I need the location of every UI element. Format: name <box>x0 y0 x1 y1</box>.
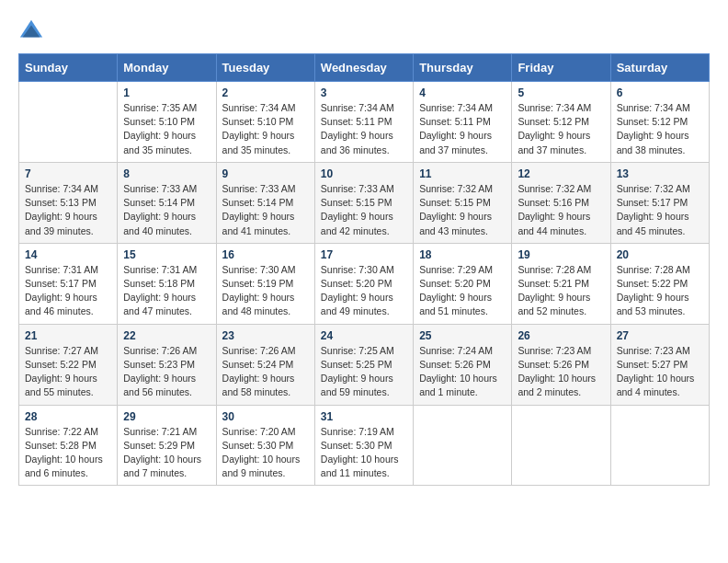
day-number: 27 <box>617 329 703 342</box>
day-number: 16 <box>222 248 309 261</box>
day-info: Sunrise: 7:34 AM Sunset: 5:11 PM Dayligh… <box>419 101 506 157</box>
calendar-week-row: 7Sunrise: 7:34 AM Sunset: 5:13 PM Daylig… <box>19 162 710 243</box>
calendar-day-cell: 5Sunrise: 7:34 AM Sunset: 5:12 PM Daylig… <box>512 82 610 163</box>
day-info: Sunrise: 7:26 AM Sunset: 5:23 PM Dayligh… <box>123 344 210 400</box>
day-info: Sunrise: 7:31 AM Sunset: 5:18 PM Dayligh… <box>123 263 210 319</box>
day-info: Sunrise: 7:31 AM Sunset: 5:17 PM Dayligh… <box>25 263 111 319</box>
day-info: Sunrise: 7:24 AM Sunset: 5:26 PM Dayligh… <box>419 344 506 400</box>
day-number: 17 <box>321 248 407 261</box>
weekday-row: SundayMondayTuesdayWednesdayThursdayFrid… <box>19 54 710 82</box>
day-number: 2 <box>222 86 309 99</box>
day-info: Sunrise: 7:33 AM Sunset: 5:14 PM Dayligh… <box>123 182 210 238</box>
calendar-day-cell: 26Sunrise: 7:23 AM Sunset: 5:26 PM Dayli… <box>512 324 610 405</box>
day-info: Sunrise: 7:30 AM Sunset: 5:20 PM Dayligh… <box>321 263 407 319</box>
calendar-empty-cell <box>610 405 709 486</box>
day-info: Sunrise: 7:33 AM Sunset: 5:15 PM Dayligh… <box>321 182 407 238</box>
weekday-header: Saturday <box>610 54 709 82</box>
weekday-header: Tuesday <box>216 54 314 82</box>
calendar-day-cell: 11Sunrise: 7:32 AM Sunset: 5:15 PM Dayli… <box>414 162 512 243</box>
calendar-day-cell: 13Sunrise: 7:32 AM Sunset: 5:17 PM Dayli… <box>610 162 709 243</box>
day-info: Sunrise: 7:32 AM Sunset: 5:15 PM Dayligh… <box>419 182 506 238</box>
calendar-day-cell: 6Sunrise: 7:34 AM Sunset: 5:12 PM Daylig… <box>610 82 709 163</box>
calendar-empty-cell <box>414 405 512 486</box>
day-number: 8 <box>123 167 210 180</box>
day-info: Sunrise: 7:19 AM Sunset: 5:30 PM Dayligh… <box>321 425 407 481</box>
calendar-day-cell: 1Sunrise: 7:35 AM Sunset: 5:10 PM Daylig… <box>118 82 216 163</box>
page-header <box>18 18 710 44</box>
day-number: 11 <box>419 167 506 180</box>
weekday-header: Thursday <box>414 54 512 82</box>
day-number: 21 <box>25 329 111 342</box>
calendar-table: SundayMondayTuesdayWednesdayThursdayFrid… <box>18 53 710 486</box>
day-info: Sunrise: 7:26 AM Sunset: 5:24 PM Dayligh… <box>222 344 309 400</box>
calendar-day-cell: 7Sunrise: 7:34 AM Sunset: 5:13 PM Daylig… <box>19 162 118 243</box>
weekday-header: Wednesday <box>314 54 413 82</box>
calendar-day-cell: 14Sunrise: 7:31 AM Sunset: 5:17 PM Dayli… <box>19 243 118 324</box>
day-number: 10 <box>321 167 407 180</box>
calendar-day-cell: 21Sunrise: 7:27 AM Sunset: 5:22 PM Dayli… <box>19 324 118 405</box>
calendar-day-cell: 25Sunrise: 7:24 AM Sunset: 5:26 PM Dayli… <box>414 324 512 405</box>
weekday-header: Sunday <box>19 54 118 82</box>
day-number: 28 <box>25 410 111 423</box>
calendar-day-cell: 15Sunrise: 7:31 AM Sunset: 5:18 PM Dayli… <box>118 243 216 324</box>
calendar-day-cell: 17Sunrise: 7:30 AM Sunset: 5:20 PM Dayli… <box>314 243 413 324</box>
day-number: 30 <box>222 410 309 423</box>
day-info: Sunrise: 7:23 AM Sunset: 5:27 PM Dayligh… <box>617 344 703 400</box>
day-number: 22 <box>123 329 210 342</box>
calendar-empty-cell <box>19 82 118 163</box>
calendar-day-cell: 3Sunrise: 7:34 AM Sunset: 5:11 PM Daylig… <box>314 82 413 163</box>
day-number: 26 <box>518 329 604 342</box>
day-number: 5 <box>518 86 604 99</box>
calendar-day-cell: 31Sunrise: 7:19 AM Sunset: 5:30 PM Dayli… <box>314 405 413 486</box>
calendar-day-cell: 4Sunrise: 7:34 AM Sunset: 5:11 PM Daylig… <box>414 82 512 163</box>
day-number: 19 <box>518 248 604 261</box>
day-number: 31 <box>321 410 407 423</box>
day-info: Sunrise: 7:34 AM Sunset: 5:13 PM Dayligh… <box>25 182 111 238</box>
day-number: 12 <box>518 167 604 180</box>
day-info: Sunrise: 7:29 AM Sunset: 5:20 PM Dayligh… <box>419 263 506 319</box>
day-info: Sunrise: 7:21 AM Sunset: 5:29 PM Dayligh… <box>123 425 210 481</box>
calendar-day-cell: 16Sunrise: 7:30 AM Sunset: 5:19 PM Dayli… <box>216 243 314 324</box>
calendar-week-row: 21Sunrise: 7:27 AM Sunset: 5:22 PM Dayli… <box>19 324 710 405</box>
day-info: Sunrise: 7:25 AM Sunset: 5:25 PM Dayligh… <box>321 344 407 400</box>
day-info: Sunrise: 7:34 AM Sunset: 5:10 PM Dayligh… <box>222 101 309 157</box>
calendar-header: SundayMondayTuesdayWednesdayThursdayFrid… <box>19 54 710 82</box>
day-info: Sunrise: 7:22 AM Sunset: 5:28 PM Dayligh… <box>25 425 111 481</box>
day-number: 24 <box>321 329 407 342</box>
day-number: 3 <box>321 86 407 99</box>
day-info: Sunrise: 7:20 AM Sunset: 5:30 PM Dayligh… <box>222 425 309 481</box>
day-number: 25 <box>419 329 506 342</box>
day-info: Sunrise: 7:34 AM Sunset: 5:12 PM Dayligh… <box>617 101 703 157</box>
calendar-day-cell: 30Sunrise: 7:20 AM Sunset: 5:30 PM Dayli… <box>216 405 314 486</box>
calendar-day-cell: 29Sunrise: 7:21 AM Sunset: 5:29 PM Dayli… <box>118 405 216 486</box>
calendar-day-cell: 19Sunrise: 7:28 AM Sunset: 5:21 PM Dayli… <box>512 243 610 324</box>
day-number: 6 <box>617 86 703 99</box>
calendar-day-cell: 20Sunrise: 7:28 AM Sunset: 5:22 PM Dayli… <box>610 243 709 324</box>
day-number: 13 <box>617 167 703 180</box>
weekday-header: Friday <box>512 54 610 82</box>
calendar-week-row: 14Sunrise: 7:31 AM Sunset: 5:17 PM Dayli… <box>19 243 710 324</box>
day-number: 4 <box>419 86 506 99</box>
calendar-day-cell: 27Sunrise: 7:23 AM Sunset: 5:27 PM Dayli… <box>610 324 709 405</box>
day-info: Sunrise: 7:32 AM Sunset: 5:17 PM Dayligh… <box>617 182 703 238</box>
calendar-day-cell: 23Sunrise: 7:26 AM Sunset: 5:24 PM Dayli… <box>216 324 314 405</box>
day-number: 7 <box>25 167 111 180</box>
logo-icon <box>18 18 44 44</box>
day-number: 9 <box>222 167 309 180</box>
day-number: 20 <box>617 248 703 261</box>
calendar-day-cell: 28Sunrise: 7:22 AM Sunset: 5:28 PM Dayli… <box>19 405 118 486</box>
calendar-week-row: 28Sunrise: 7:22 AM Sunset: 5:28 PM Dayli… <box>19 405 710 486</box>
calendar-empty-cell <box>512 405 610 486</box>
logo <box>18 18 48 44</box>
day-info: Sunrise: 7:30 AM Sunset: 5:19 PM Dayligh… <box>222 263 309 319</box>
day-number: 15 <box>123 248 210 261</box>
day-number: 29 <box>123 410 210 423</box>
calendar-day-cell: 10Sunrise: 7:33 AM Sunset: 5:15 PM Dayli… <box>314 162 413 243</box>
calendar-day-cell: 8Sunrise: 7:33 AM Sunset: 5:14 PM Daylig… <box>118 162 216 243</box>
day-number: 18 <box>419 248 506 261</box>
day-number: 1 <box>123 86 210 99</box>
day-info: Sunrise: 7:32 AM Sunset: 5:16 PM Dayligh… <box>518 182 604 238</box>
calendar-day-cell: 9Sunrise: 7:33 AM Sunset: 5:14 PM Daylig… <box>216 162 314 243</box>
calendar-day-cell: 24Sunrise: 7:25 AM Sunset: 5:25 PM Dayli… <box>314 324 413 405</box>
day-number: 14 <box>25 248 111 261</box>
